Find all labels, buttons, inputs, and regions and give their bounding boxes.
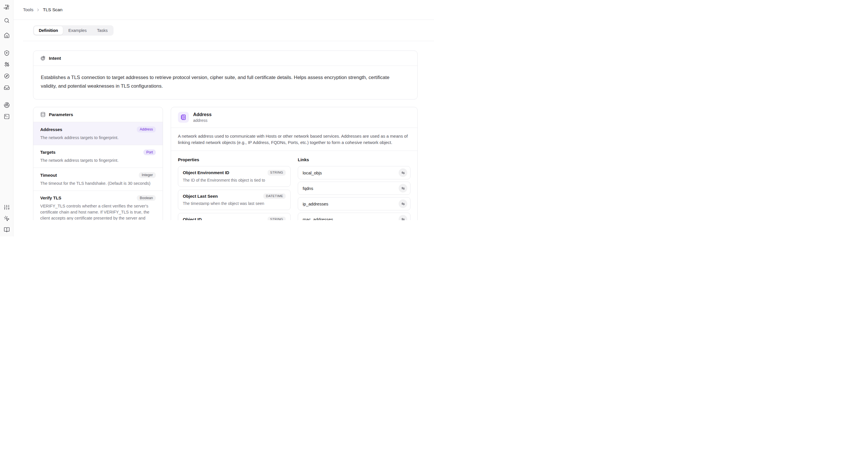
content-columns: Parameters Addresses Address The network… [33,107,417,220]
compass-icon[interactable] [3,72,10,79]
parameter-name: Targets [40,150,56,155]
main-area: Tools TLS Scan Definition Examples Tasks [13,0,434,236]
property-type-badge: STRING [268,217,286,220]
link-card-local-objs[interactable]: local_objs [298,166,410,179]
breadcrumb: Tools TLS Scan [13,0,434,20]
swap-arrows-button[interactable] [399,215,407,220]
parameter-description: The network address targets to fingerpri… [40,157,156,163]
link-card-mac-addresses[interactable]: mac_addresses [298,213,410,220]
notebook-icon [178,112,189,123]
swap-arrows-button[interactable] [399,168,407,177]
address-description-block: A network address used to communicate wi… [171,128,417,151]
sidebar [0,0,13,236]
parameter-row-timeout[interactable]: Timeout Integer The timeout for the TLS … [33,168,163,191]
tab-definition[interactable]: Definition [34,26,63,35]
parameter-description: The network address targets to fingerpri… [40,135,156,141]
parameter-name: Verify TLS [40,195,61,200]
swap-arrows-button[interactable] [399,199,407,208]
tab-bar-row: Definition Examples Tasks [13,20,434,36]
property-type-badge: STRING [268,170,286,176]
link-name: local_objs [303,170,322,175]
address-title: Address [193,112,212,117]
parameter-type-badge: Address [137,126,156,132]
tab-tasks[interactable]: Tasks [92,26,113,35]
property-description: The ID of the Environment this object is… [183,177,286,183]
parameter-type-badge: Integer [139,172,156,178]
intent-header: Intent [33,51,417,66]
search-icon[interactable] [3,17,10,24]
app-logo-icon[interactable] [3,4,10,11]
properties-heading: Properties [178,157,290,162]
page-content: Intent Establishes a TLS connection to t… [13,41,434,220]
property-name: Object Last Seen [183,194,218,198]
property-description: The timestamp when the object was last s… [183,200,286,206]
book-icon[interactable] [3,226,10,233]
chevron-right-icon [36,8,40,12]
terminal-icon[interactable] [3,113,10,120]
link-name: ip_addresses [303,201,328,206]
parameters-title: Parameters [49,112,73,117]
satellite-icon[interactable] [3,61,10,68]
property-card-object-last-seen[interactable]: Object Last Seen DATETIME The timestamp … [178,190,290,210]
properties-column: Properties Object Environment ID STRING … [178,157,290,220]
breadcrumb-tools[interactable]: Tools [23,7,33,12]
parameter-description: The timeout for the TLS handshake. (Defa… [40,181,156,187]
links-heading: Links [298,157,410,162]
parameter-description: VERIFY_TLS controls whether a client ver… [40,203,156,220]
links-column: Links local_objs fqdns [298,157,410,220]
app-window: Tools TLS Scan Definition Examples Tasks [0,0,434,236]
property-name: Object ID [183,217,202,220]
link-name: mac_addresses [303,217,333,220]
intent-title: Intent [49,56,61,61]
inbox-icon[interactable] [3,84,10,91]
parameter-row-addresses[interactable]: Addresses Address The network address ta… [33,122,163,145]
property-card-object-id[interactable]: Object ID STRING [178,213,290,220]
address-card: Address address A network address used t… [171,107,417,220]
property-type-badge: DATETIME [263,193,286,199]
parameter-row-verify-tls[interactable]: Verify TLS Boolean VERIFY_TLS controls w… [33,191,163,220]
address-subtitle: address [193,118,212,123]
link-card-fqdns[interactable]: fqdns [298,182,410,195]
parameters-header: Parameters [33,107,163,122]
property-card-object-environment-id[interactable]: Object Environment ID STRING The ID of t… [178,166,290,187]
address-titles: Address address [193,112,212,123]
parameter-name: Addresses [40,127,62,132]
tab-bar: Definition Examples Tasks [33,25,114,36]
intent-description: Establishes a TLS connection to target a… [41,73,406,91]
parameter-type-badge: Boolean [137,195,156,201]
sliders-icon[interactable] [3,204,10,211]
shield-plus-icon[interactable] [3,50,10,56]
intent-card: Intent Establishes a TLS connection to t… [33,51,417,99]
pointer-click-icon[interactable] [3,215,10,222]
swap-arrows-button[interactable] [399,184,407,192]
address-columns: Properties Object Environment ID STRING … [171,151,417,220]
address-description: A network address used to communicate wi… [178,133,410,146]
parameter-name: Timeout [40,173,57,178]
breadcrumb-current: TLS Scan [43,7,62,12]
intent-body: Establishes a TLS connection to target a… [33,66,417,99]
parameter-row-targets[interactable]: Targets Port The network address targets… [33,145,163,168]
link-name: fqdns [303,186,313,191]
address-header: Address address [171,107,417,128]
goal-icon [40,56,46,61]
link-card-ip-addresses[interactable]: ip_addresses [298,197,410,210]
property-name: Object Environment ID [183,170,229,175]
database-icon [40,112,46,117]
parameter-type-badge: Port [144,150,156,155]
parameters-card: Parameters Addresses Address The network… [33,107,163,220]
home-icon[interactable] [3,32,10,39]
tab-examples[interactable]: Examples [64,26,92,35]
radar-icon[interactable] [3,101,10,108]
